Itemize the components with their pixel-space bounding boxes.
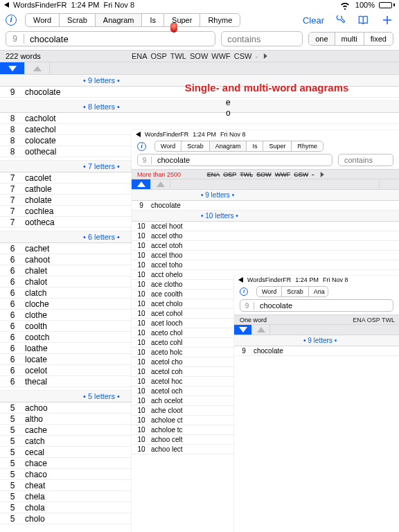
- row-word: cache: [25, 425, 47, 435]
- search-field[interactable]: 9: [6, 31, 215, 46]
- row-word: achoo lect: [151, 445, 183, 453]
- seg-scrab[interactable]: Scrab: [282, 287, 309, 296]
- seg-is[interactable]: Is: [142, 14, 164, 26]
- dict-osp: OSP: [151, 52, 167, 60]
- search-input[interactable]: [152, 156, 332, 164]
- back-app-label[interactable]: WordsFinderFR: [145, 131, 188, 138]
- contains-input[interactable]: [339, 156, 393, 164]
- dict-csw: CSW: [234, 52, 252, 60]
- contains-field[interactable]: [221, 31, 303, 46]
- row-count: 10: [132, 329, 151, 337]
- row-count: 6: [0, 366, 25, 375]
- seg-scrab[interactable]: Scrab: [181, 141, 210, 151]
- back-icon[interactable]: [4, 2, 9, 8]
- seg-one[interactable]: one: [309, 33, 335, 45]
- results-list[interactable]: • 9 letters •9chocolate: [234, 335, 399, 356]
- contains-input[interactable]: [222, 34, 302, 44]
- back-app-label[interactable]: WordsFinderFR: [13, 1, 66, 9]
- row-count: 10: [132, 358, 151, 366]
- row-word: aceto holc: [151, 348, 183, 356]
- sort-desc[interactable]: [234, 325, 252, 335]
- search-field[interactable]: 9: [240, 299, 393, 312]
- sort-asc[interactable]: [252, 325, 270, 335]
- dict-wwf: WWF: [211, 52, 230, 60]
- sort-spacer: [50, 62, 399, 74]
- seg-is[interactable]: Is: [247, 141, 263, 151]
- row-word: accel otho: [151, 232, 183, 240]
- row-word: chalot: [25, 277, 47, 287]
- sort-asc[interactable]: [132, 179, 151, 189]
- row-count: 10: [132, 310, 151, 317]
- row-count: 10: [132, 339, 151, 346]
- match-segmented[interactable]: one multi fixed: [308, 32, 393, 46]
- table-row[interactable]: 10accel thoo: [132, 251, 399, 260]
- wrench-icon[interactable]: [334, 14, 346, 26]
- sort-length-asc[interactable]: [25, 62, 50, 74]
- row-word: chaco: [25, 470, 47, 479]
- clear-button[interactable]: Clear: [299, 15, 328, 26]
- row-count: 10: [132, 445, 151, 453]
- table-row[interactable]: 9chocolate: [234, 346, 399, 356]
- book-icon[interactable]: [357, 14, 370, 26]
- contains-field[interactable]: [338, 154, 393, 166]
- search-input[interactable]: [254, 301, 393, 310]
- mode-segmented[interactable]: Word Scrab Anagram Is Super Rhyme: [25, 13, 240, 27]
- sort-extra[interactable]: [380, 179, 399, 189]
- back-icon[interactable]: [238, 277, 243, 283]
- row-count: 7: [0, 206, 25, 216]
- seg-anagram[interactable]: Anagram: [96, 14, 143, 26]
- seg-scrab[interactable]: Scrab: [60, 14, 96, 26]
- info-icon[interactable]: i: [6, 15, 17, 26]
- row-count: 10: [132, 290, 151, 298]
- row-word: chola: [25, 503, 45, 513]
- row-word: cholate: [25, 195, 52, 205]
- row-word: cacholot: [25, 114, 56, 123]
- sub-e: e: [226, 98, 231, 107]
- row-count: 5: [0, 403, 25, 413]
- row-count: 5: [0, 514, 25, 524]
- table-row[interactable]: 10accel hoot: [132, 222, 399, 231]
- back-icon[interactable]: [136, 132, 141, 137]
- seg-word[interactable]: Word: [257, 287, 282, 296]
- row-count: 10: [132, 271, 151, 278]
- table-row[interactable]: 10accel toho: [132, 260, 399, 270]
- row-count: 6: [0, 255, 25, 265]
- info-icon[interactable]: i: [137, 142, 146, 151]
- back-app-label[interactable]: WordsFinderFR: [247, 276, 291, 283]
- row-count: 10: [132, 378, 151, 385]
- row-count: 5: [0, 459, 25, 468]
- dict-list-struck: ENA OSP TWL SOW WWF CSW -: [207, 171, 324, 178]
- seg-word[interactable]: Word: [155, 141, 181, 151]
- seg-word[interactable]: Word: [26, 14, 60, 26]
- dictionary-bar[interactable]: 222 words ENA OSP TWL SOW WWF CSW -: [0, 50, 399, 62]
- search-input[interactable]: [24, 34, 215, 44]
- row-word: ace clotho: [151, 281, 183, 288]
- seg-multi[interactable]: multi: [335, 33, 364, 45]
- status-bar: WordsFinderFR 1:24 PM Fri Nov 8 100%: [0, 0, 399, 10]
- plus-icon[interactable]: [381, 14, 393, 26]
- row-count: 5: [0, 414, 25, 424]
- seg-anagram[interactable]: Anagram: [210, 141, 247, 151]
- table-row[interactable]: 10accel otho: [132, 231, 399, 241]
- info-icon[interactable]: i: [240, 287, 248, 296]
- row-count: 10: [132, 222, 151, 230]
- mode-segmented[interactable]: Word Scrab Anagram Is Super Rhyme: [154, 141, 323, 152]
- dict-sow: SOW: [190, 52, 208, 60]
- table-row[interactable]: 10accel otoh: [132, 241, 399, 251]
- table-row[interactable]: 9chocolate: [132, 201, 399, 211]
- row-count: 5: [0, 425, 25, 435]
- row-word: chela: [25, 492, 45, 502]
- seg-rhyme[interactable]: Rhyme: [292, 141, 323, 151]
- sort-asc-2[interactable]: [151, 179, 170, 189]
- seg-rhyme[interactable]: Rhyme: [200, 14, 240, 26]
- seg-super[interactable]: Super: [263, 141, 292, 151]
- row-count: 6: [0, 321, 25, 331]
- seg-fixed[interactable]: fixed: [364, 33, 393, 45]
- search-field[interactable]: 9: [137, 154, 332, 166]
- row-word: clatch: [25, 288, 46, 298]
- dict-list[interactable]: ENA OSP TWL SOW WWF CSW -: [132, 52, 267, 60]
- sort-length-desc[interactable]: [0, 62, 25, 74]
- seg-super[interactable]: Super: [164, 14, 200, 26]
- mode-segmented[interactable]: Word Scrab Ana: [256, 286, 328, 297]
- row-word: acetol och: [151, 387, 183, 395]
